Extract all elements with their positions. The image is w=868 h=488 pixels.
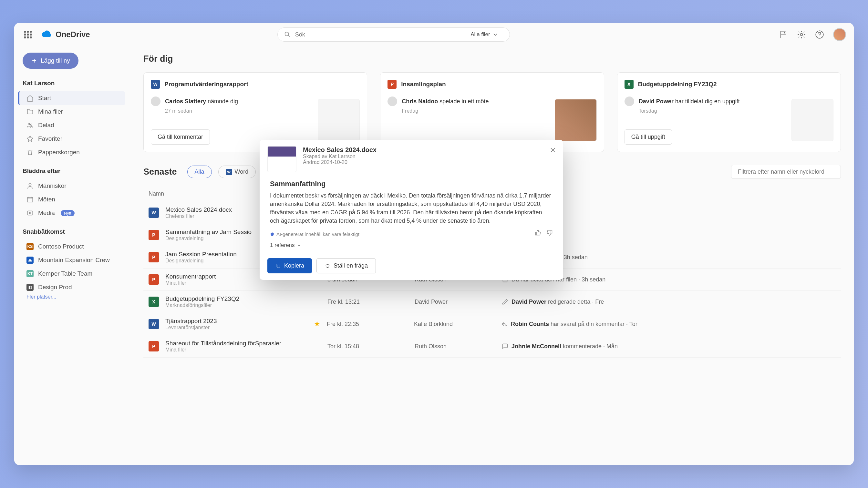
trash-icon (27, 149, 34, 156)
edit-icon (502, 298, 508, 305)
card-title: Budgetuppdelning FY23Q2 (638, 81, 717, 88)
onedrive-logo-icon (41, 29, 52, 40)
close-icon[interactable] (549, 146, 557, 154)
ask-question-button[interactable]: Ställ en fråga (316, 258, 376, 273)
file-activity: David Power redigerade detta · Fre (502, 298, 836, 305)
card-thumbnail (318, 99, 360, 141)
recent-title: Senaste (144, 167, 177, 177)
search-scope-dropdown[interactable]: Alla filer (470, 31, 503, 38)
calendar-icon (27, 196, 34, 203)
doc-type-icon: P (149, 252, 159, 262)
person-avatar (388, 97, 397, 106)
person-icon (27, 182, 34, 190)
nav-my-files[interactable]: Mina filer (23, 105, 125, 119)
site-icon: KT (27, 270, 34, 277)
quickaccess-item[interactable]: ⛰Mountain Expansion Crew (23, 253, 125, 267)
file-owner: Kalle Björklund (414, 321, 501, 328)
quickaccess-item[interactable]: KTKemper Table Team (23, 267, 125, 281)
copy-icon (275, 263, 281, 269)
thumbs-down-icon[interactable] (547, 229, 553, 236)
settings-icon[interactable] (797, 30, 806, 39)
file-location: Marknadsföringsfiler (165, 302, 314, 308)
filter-input[interactable] (731, 165, 841, 179)
svg-point-5 (29, 184, 31, 186)
reply-icon (501, 321, 507, 327)
popup-created: Skapad av Kat Larrson (303, 154, 376, 159)
filter-pill-word[interactable]: WWord (218, 166, 256, 178)
browse-meetings[interactable]: Möten (23, 193, 125, 206)
add-new-button[interactable]: Lägg till ny (23, 53, 79, 69)
more-places-link[interactable]: Fler platser... (23, 294, 125, 300)
site-icon: ◧ (27, 284, 34, 291)
file-location: Leverantörstjänster (165, 325, 314, 330)
nav-trash[interactable]: Papperskorgen (23, 145, 125, 159)
card-action-button[interactable]: Gå till kommentar (151, 129, 210, 144)
card-title: Insamlingsplan (401, 81, 445, 88)
chevron-down-icon (297, 243, 301, 248)
references-toggle[interactable]: 1 referens (270, 242, 553, 249)
file-name: Shareout för Tillståndsdelning förSparas… (165, 340, 314, 347)
browse-media[interactable]: MediaNytt (23, 206, 125, 220)
star-icon (27, 135, 34, 142)
user-avatar[interactable] (833, 28, 846, 41)
sidebar: Lägg till ny Kat Larson Start Mina filer… (14, 46, 130, 465)
home-icon (27, 95, 34, 102)
file-summary-popup: Mexico Sales 2024.docx Skapad av Kat Lar… (259, 140, 563, 280)
site-icon: ⛰ (27, 257, 34, 264)
media-icon (27, 209, 34, 217)
card-action-button[interactable]: Gå till uppgift (624, 129, 672, 144)
file-time: Fre kl. 22:35 (327, 321, 414, 328)
doc-type-icon: P (149, 274, 159, 285)
app-launcher[interactable] (22, 29, 34, 40)
shield-icon (270, 232, 275, 236)
filter-pill-all[interactable]: Alla (187, 166, 212, 178)
browse-people[interactable]: Människor (23, 179, 125, 193)
flag-icon[interactable] (779, 30, 788, 39)
quickaccess-label: Design Prod (38, 284, 72, 291)
topbar: OneDrive Alla filer (14, 23, 854, 46)
brand-name: OneDrive (56, 30, 90, 39)
popup-modified: Ändrad 2024-10-20 (303, 159, 376, 165)
search-icon (284, 31, 290, 38)
plus-icon (31, 58, 37, 64)
card-thumbnail (555, 99, 597, 141)
nav-shared[interactable]: Delad (23, 119, 125, 132)
svg-point-3 (28, 123, 30, 125)
svg-point-0 (285, 32, 289, 36)
file-owner: Ruth Olsson (414, 343, 502, 350)
card-activity: Carlos Slattery nämnde dig (165, 98, 238, 105)
svg-rect-7 (27, 211, 33, 215)
main-content: För dig WProgramutvärderingsrapport Carl… (130, 46, 854, 465)
thumbs-up-icon[interactable] (535, 229, 541, 236)
file-row[interactable]: W Tjänstrapport 2023Leverantörstjänster … (144, 313, 841, 335)
for-you-heading: För dig (144, 54, 841, 64)
svg-point-4 (30, 124, 32, 126)
site-icon: KS (27, 243, 34, 250)
quickaccess-title: Snabbåtkomst (23, 228, 125, 235)
doc-type-icon: X (149, 297, 159, 307)
quickaccess-label: Mountain Expansion Crew (38, 257, 110, 264)
help-icon[interactable] (815, 30, 824, 39)
quickaccess-label: Kemper Table Team (38, 270, 92, 277)
file-owner: David Power (414, 298, 502, 305)
for-you-card[interactable]: XBudgetuppdelning FY23Q2 David Power har… (617, 72, 841, 152)
search-input[interactable] (295, 31, 471, 38)
quickaccess-item[interactable]: KSContoso Product (23, 240, 125, 253)
quickaccess-item[interactable]: ◧Design Prod (23, 281, 125, 294)
nav-favorites[interactable]: Favoriter (23, 132, 125, 145)
main-body: Lägg till ny Kat Larson Start Mina filer… (14, 46, 854, 465)
nav-start[interactable]: Start (18, 91, 125, 105)
search-box[interactable]: Alla filer (277, 27, 510, 42)
favorite-star-icon[interactable]: ★ (314, 320, 320, 328)
people-icon (27, 122, 34, 129)
file-name: Budgetuppdelning FY23Q2 (165, 295, 314, 302)
ai-disclaimer: AI-genererat innehåll kan vara felaktigt (270, 231, 360, 237)
doc-type-icon: P (149, 341, 159, 352)
copy-button[interactable]: Kopiera (268, 258, 312, 273)
file-row[interactable]: P Shareout för Tillståndsdelning förSpar… (144, 335, 841, 358)
doc-type-icon: W (151, 80, 160, 89)
svg-rect-8 (277, 265, 280, 268)
file-row[interactable]: X Budgetuppdelning FY23Q2Marknadsförings… (144, 291, 841, 313)
popup-thumbnail (268, 146, 297, 172)
doc-type-icon: P (149, 230, 159, 240)
